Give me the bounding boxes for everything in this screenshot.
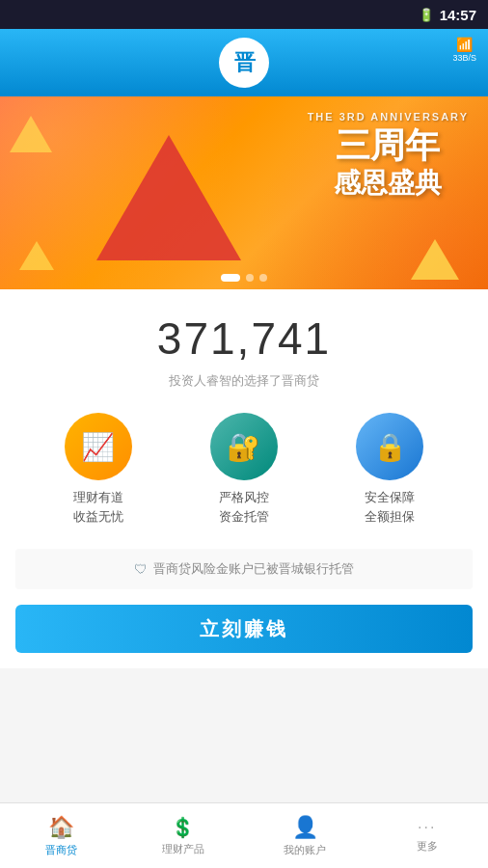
banner-dot-2[interactable]	[246, 274, 254, 282]
status-bar: 🔋 14:57	[0, 0, 488, 29]
products-label: 理财产品	[162, 842, 204, 856]
bottom-navigation: 🏠 晋商贷 💲 理财产品 👤 我的账户 ··· 更多	[0, 802, 488, 868]
investor-subtitle: 投资人睿智的选择了晋商贷	[15, 372, 473, 390]
cta-button[interactable]: 立刻赚钱	[15, 605, 473, 653]
banner-dot-1[interactable]	[221, 274, 240, 282]
nav-item-products[interactable]: 💲 理财产品	[122, 808, 245, 864]
nav-item-account[interactable]: 👤 我的账户	[244, 807, 366, 865]
home-label: 晋商贷	[45, 843, 77, 857]
security-label: 安全保障全额担保	[365, 488, 415, 526]
finance-icon: 📈	[81, 431, 115, 463]
risk-label: 严格风控资金托管	[219, 488, 269, 526]
app-logo: 晋	[219, 38, 269, 88]
banner-triangle-1	[10, 116, 52, 152]
account-label: 我的账户	[284, 843, 326, 857]
banner-secondary-text: 感恩盛典	[308, 165, 469, 202]
wifi-indicator: 📶 33B/S	[452, 37, 476, 63]
more-label: 更多	[417, 839, 438, 854]
risk-icon: 🔐	[227, 431, 260, 463]
more-icon: ···	[418, 819, 436, 836]
account-icon: 👤	[292, 815, 318, 840]
investor-count: 371,741	[15, 312, 473, 365]
security-icon-circle: 🔒	[356, 413, 423, 480]
promotional-banner[interactable]: THE 3RD ANNIVERSARY 三周年 感恩盛典	[0, 96, 488, 289]
banner-sub-text: THE 3RD ANNIVERSARY	[308, 111, 469, 122]
banner-triangle-2	[19, 241, 54, 270]
main-content: 371,741 投资人睿智的选择了晋商贷 📈 理财有道收益无忧 🔐 严格风控资金…	[0, 289, 488, 668]
status-time: 14:57	[440, 7, 476, 23]
trust-notice: 🛡 晋商贷风险金账户已被晋城银行托管	[15, 549, 473, 589]
shield-icon: 🛡	[134, 561, 148, 577]
banner-triangle-4	[411, 239, 459, 280]
banner-dots	[221, 274, 267, 282]
risk-icon-circle: 🔐	[210, 413, 278, 480]
banner-triangle-3	[96, 135, 241, 260]
feature-item-security: 🔒 安全保障全额担保	[356, 413, 423, 526]
logo-text: 晋	[234, 48, 255, 77]
feature-item-finance: 📈 理财有道收益无忧	[65, 413, 132, 526]
nav-item-more[interactable]: ··· 更多	[366, 811, 489, 861]
banner-text-container: THE 3RD ANNIVERSARY 三周年 感恩盛典	[308, 111, 469, 202]
feature-item-risk: 🔐 严格风控资金托管	[210, 413, 278, 526]
nav-item-home[interactable]: 🏠 晋商贷	[0, 807, 122, 865]
wifi-speed: 33B/S	[452, 53, 476, 63]
finance-icon-circle: 📈	[65, 413, 132, 480]
trust-text: 晋商贷风险金账户已被晋城银行托管	[153, 560, 354, 578]
products-icon: 💲	[171, 816, 195, 839]
banner-main-text: 三周年	[308, 126, 469, 165]
app-header: 晋 📶 33B/S	[0, 29, 488, 96]
battery-icon: 🔋	[419, 8, 434, 22]
wifi-icon: 📶	[456, 37, 473, 52]
banner-dot-3[interactable]	[259, 274, 267, 282]
finance-label: 理财有道收益无忧	[73, 488, 123, 526]
features-row: 📈 理财有道收益无忧 🔐 严格风控资金托管 🔒 安全保障全额担保	[15, 413, 473, 526]
home-icon: 🏠	[48, 815, 74, 840]
security-icon: 🔒	[373, 431, 407, 463]
